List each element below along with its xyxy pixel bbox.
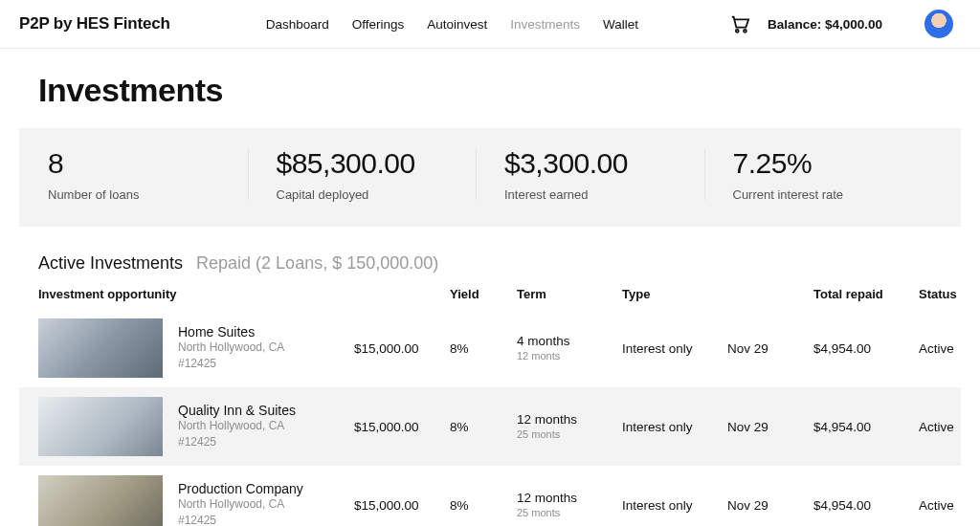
opportunity-cell: Home Suites North Hollywood, CA #12425 (38, 318, 354, 378)
opportunity-cell: Quality Inn & Suites North Hollywood, CA… (38, 397, 354, 456)
amount-cell: $15,000.00 (354, 341, 450, 356)
table-header: Investment opportunity Yield Term Type T… (19, 287, 961, 301)
amount-cell: $15,000.00 (354, 420, 450, 434)
stat-label: Current interest rate (733, 187, 933, 202)
yield-cell: 8% (450, 420, 517, 434)
opportunity-name: Home Suites (178, 324, 284, 340)
col-opportunity: Investment opportunity (38, 287, 354, 301)
opportunity-id: #12425 (178, 434, 296, 450)
page: Investments 8 Number of loans $85,300.00… (0, 49, 980, 526)
tab-active-investments[interactable]: Active Investments (38, 253, 183, 274)
balance-label: Balance: $4,000.00 (768, 17, 882, 32)
opportunity-location: North Hollywood, CA (178, 418, 296, 434)
total-repaid-cell: $4,954.00 (813, 341, 919, 356)
term-cell: 4 months 12 monts (517, 335, 622, 362)
status-cell: Active (919, 498, 980, 513)
nav-investments[interactable]: Investments (510, 17, 580, 32)
term-cell: 12 months 25 monts (517, 492, 622, 519)
stat-capital: $85,300.00 Capital deployed (248, 145, 477, 204)
opportunity-id: #12425 (178, 356, 284, 372)
opportunity-name: Production Company (178, 481, 303, 496)
yield-cell: 8% (450, 341, 517, 356)
date-cell: Nov 29 (727, 498, 813, 513)
term-sub: 25 monts (517, 507, 622, 518)
tab-repaid[interactable]: Repaid (2 Loans, $ 150,000.00) (196, 253, 438, 274)
col-type: Type (622, 287, 727, 301)
topbar: P2P by HES Fintech Dashboard Offerings A… (0, 0, 980, 49)
stat-label: Number of loans (48, 187, 248, 202)
opportunity-id: #12425 (178, 513, 303, 526)
opportunity-cell: Production Company North Hollywood, CA #… (38, 475, 354, 526)
type-cell: Interest only (622, 341, 727, 356)
stats-panel: 8 Number of loans $85,300.00 Capital dep… (19, 128, 961, 227)
stat-value: 8 (48, 147, 248, 180)
cart-icon[interactable] (729, 14, 750, 33)
yield-cell: 8% (450, 498, 517, 513)
status-cell: Active (919, 341, 980, 356)
opportunity-meta: Home Suites North Hollywood, CA #12425 (178, 324, 284, 372)
property-thumbnail (38, 397, 163, 456)
type-cell: Interest only (622, 420, 727, 434)
header-right: Balance: $4,000.00 (729, 10, 953, 38)
col-term: Term (517, 287, 622, 301)
stat-interest-earned: $3,300.00 Interest earned (476, 145, 704, 204)
stat-value: $3,300.00 (504, 147, 704, 180)
avatar[interactable] (924, 10, 953, 38)
status-cell: Active (919, 420, 980, 434)
stat-loans: 8 Number of loans (19, 145, 248, 204)
svg-point-1 (744, 30, 746, 33)
stat-interest-rate: 7.25% Current interest rate (704, 145, 933, 204)
svg-point-0 (736, 30, 739, 33)
nav-offerings[interactable]: Offerings (352, 17, 405, 32)
col-status: Status (919, 287, 980, 301)
property-thumbnail (38, 475, 163, 526)
table-row[interactable]: Home Suites North Hollywood, CA #12425 $… (19, 309, 961, 387)
stat-label: Capital deployed (277, 187, 477, 202)
table-row[interactable]: Production Company North Hollywood, CA #… (19, 466, 961, 526)
opportunity-meta: Quality Inn & Suites North Hollywood, CA… (178, 403, 296, 450)
table-row[interactable]: Quality Inn & Suites North Hollywood, CA… (19, 387, 961, 466)
opportunity-location: North Hollywood, CA (178, 496, 303, 513)
term-sub: 25 monts (517, 428, 622, 440)
opportunity-location: North Hollywood, CA (178, 340, 284, 356)
stat-value: $85,300.00 (277, 147, 477, 180)
term-sub: 12 monts (517, 350, 622, 362)
investment-tabs: Active Investments Repaid (2 Loans, $ 15… (38, 253, 961, 274)
property-thumbnail (38, 318, 163, 378)
date-cell: Nov 29 (727, 420, 813, 434)
main-nav: Dashboard Offerings Autoinvest Investmen… (266, 17, 638, 32)
stat-value: 7.25% (733, 147, 933, 180)
nav-dashboard[interactable]: Dashboard (266, 17, 329, 32)
opportunity-name: Quality Inn & Suites (178, 403, 296, 418)
stat-label: Interest earned (504, 187, 704, 202)
type-cell: Interest only (622, 498, 727, 513)
col-yield: Yield (450, 287, 517, 301)
col-total-repaid: Total repaid (813, 287, 919, 301)
term-cell: 12 months 25 monts (517, 413, 622, 441)
nav-wallet[interactable]: Wallet (603, 17, 638, 32)
amount-cell: $15,000.00 (354, 498, 450, 513)
total-repaid-cell: $4,954.00 (813, 498, 919, 513)
nav-autoinvest[interactable]: Autoinvest (427, 17, 487, 32)
opportunity-meta: Production Company North Hollywood, CA #… (178, 481, 303, 526)
date-cell: Nov 29 (727, 341, 813, 356)
logo: P2P by HES Fintech (19, 14, 170, 33)
page-title: Investments (38, 72, 961, 109)
table-rows: Home Suites North Hollywood, CA #12425 $… (19, 309, 961, 526)
total-repaid-cell: $4,954.00 (813, 420, 919, 434)
